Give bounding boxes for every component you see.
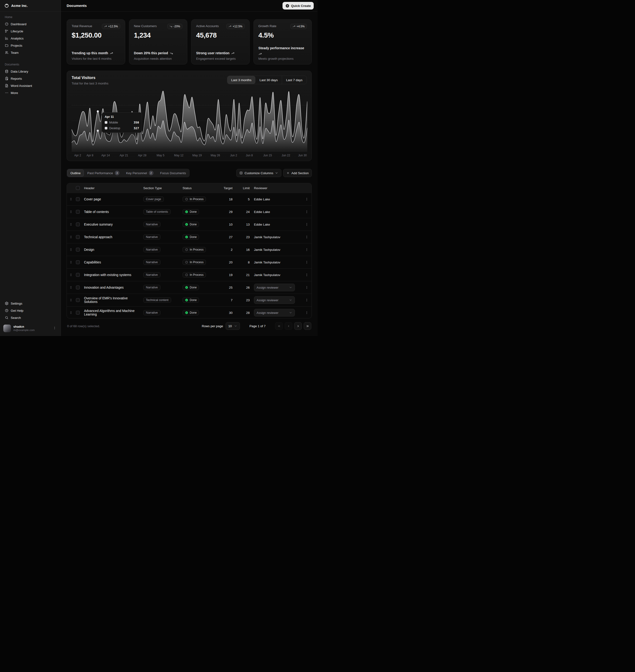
sidebar-item-settings[interactable]: Settings — [3, 300, 58, 307]
quick-create-label: Quick Create — [291, 4, 311, 8]
previous-page-button[interactable] — [285, 322, 292, 330]
row-menu-button[interactable] — [304, 309, 310, 316]
range-last-3-months[interactable]: Last 3 months — [227, 76, 256, 84]
row-checkbox[interactable] — [76, 197, 80, 201]
range-last-30-days[interactable]: Last 30 days — [255, 76, 282, 84]
stat-footnote-text: Steady performance increase — [259, 46, 304, 51]
status-done-icon — [185, 223, 188, 226]
trend-badge-value: +4.5% — [297, 25, 305, 28]
limit-value: 24 — [237, 210, 254, 214]
row-checkbox[interactable] — [76, 210, 80, 214]
sidebar-item-dashboard[interactable]: Dashboard — [3, 20, 58, 28]
x-tick-label: Apr 2 — [74, 154, 81, 157]
row-checkbox[interactable] — [76, 260, 80, 264]
sidebar-item-search[interactable]: Search — [3, 314, 58, 321]
sidebar-item-more[interactable]: More — [3, 89, 58, 96]
reviewer-cell: Jamik Tashpulatov — [254, 235, 299, 239]
status-loader-icon — [185, 248, 188, 251]
quick-create-button[interactable]: Quick Create — [283, 2, 314, 9]
row-checkbox[interactable] — [76, 235, 80, 239]
chevron-down-icon — [289, 311, 292, 314]
sidebar-item-analytics[interactable]: Analytics — [3, 35, 58, 42]
sidebar-item-word-assistant[interactable]: Word Assistant — [3, 82, 58, 89]
row-checkbox[interactable] — [76, 311, 80, 315]
trend-badge-value: -20% — [174, 25, 180, 28]
row-menu-button[interactable] — [304, 297, 310, 304]
row-menu-button[interactable] — [304, 196, 310, 202]
customize-columns-button[interactable]: Customize Columns — [236, 169, 281, 177]
user-menu-button[interactable] — [52, 325, 57, 332]
row-checkbox[interactable] — [76, 273, 80, 277]
sidebar-user[interactable]: shadcn m@example.com — [0, 322, 61, 336]
first-page-button[interactable] — [275, 322, 283, 330]
topbar: Documents Quick Create — [61, 0, 318, 12]
next-page-button[interactable] — [294, 322, 302, 330]
row-checkbox[interactable] — [76, 298, 80, 302]
row-menu-button[interactable] — [304, 271, 310, 278]
sidebar-item-reports[interactable]: Reports — [3, 75, 58, 82]
reviewer-name: Jamik Tashpulatov — [254, 261, 280, 264]
rows-per-page-select[interactable]: 10 — [226, 322, 240, 330]
assign-reviewer-label: Assign reviewer — [257, 298, 279, 302]
row-menu-button[interactable] — [304, 259, 310, 266]
last-page-button[interactable] — [304, 322, 311, 330]
chart-plot[interactable]: Apr 11 Mobile 350 Desktop 327 — [72, 90, 307, 151]
row-checkbox[interactable] — [76, 223, 80, 226]
row-drag-handle[interactable] — [69, 235, 73, 239]
plus-icon — [286, 171, 290, 175]
row-menu-button[interactable] — [304, 234, 310, 240]
sidebar-brand[interactable]: Acme Inc. — [0, 0, 61, 12]
tooltip-date: Apr 11 — [105, 115, 139, 118]
sidebar-item-projects[interactable]: Projects — [3, 42, 58, 49]
assign-reviewer-select[interactable]: Assign reviewer — [254, 309, 295, 316]
status-label: Done — [190, 236, 197, 239]
row-checkbox[interactable] — [76, 248, 80, 251]
row-drag-handle[interactable] — [69, 260, 73, 264]
target-value: 27 — [218, 236, 237, 239]
reviewer-cell: Jamik Tashpulatov — [254, 273, 299, 277]
row-drag-handle[interactable] — [69, 210, 73, 214]
tab-past-performance[interactable]: Past Performance3 — [84, 170, 123, 177]
row-drag-handle[interactable] — [69, 197, 73, 201]
add-section-button[interactable]: Add Section — [283, 169, 312, 177]
assign-reviewer-select[interactable]: Assign reviewer — [254, 296, 295, 304]
reviewer-name: Jamik Tashpulatov — [254, 273, 280, 277]
column-header-reviewer: Reviewer — [254, 186, 299, 190]
row-checkbox[interactable] — [76, 286, 80, 289]
view-tabs: OutlinePast Performance3Key Personnel2Fo… — [67, 169, 190, 177]
row-menu-button[interactable] — [304, 284, 310, 291]
plus-circle-icon — [285, 4, 289, 8]
row-drag-handle[interactable] — [69, 273, 73, 277]
tab-outline[interactable]: Outline — [67, 170, 84, 177]
section-type-badge: Narrative — [143, 260, 160, 265]
target-value: 20 — [218, 261, 237, 264]
row-menu-button[interactable] — [304, 221, 310, 228]
reviewer-name: Jamik Tashpulatov — [254, 236, 280, 239]
trend-down-icon — [170, 52, 173, 55]
row-drag-handle[interactable] — [69, 298, 73, 302]
reviewer-cell: Assign reviewer — [254, 296, 299, 304]
status-done-icon — [185, 311, 188, 314]
sidebar-item-get-help[interactable]: Get Help — [3, 307, 58, 314]
stat-footnote-secondary: Meets growth projections — [259, 57, 307, 61]
tab-focus-documents[interactable]: Focus Documents — [157, 170, 189, 177]
help-icon — [5, 309, 8, 312]
row-menu-button[interactable] — [304, 246, 310, 253]
row-drag-handle[interactable] — [69, 311, 73, 315]
reviewer-name: Eddie Lake — [254, 198, 270, 201]
row-drag-handle[interactable] — [69, 285, 73, 290]
row-drag-handle[interactable] — [69, 222, 73, 227]
sidebar-item-data-library[interactable]: Data Library — [3, 68, 58, 75]
target-value: 19 — [218, 273, 237, 277]
assign-reviewer-select[interactable]: Assign reviewer — [254, 284, 295, 291]
limit-value: 21 — [237, 273, 254, 277]
assign-reviewer-label: Assign reviewer — [257, 286, 279, 289]
rows-per-page-value: 10 — [228, 324, 232, 328]
row-menu-button[interactable] — [304, 208, 310, 215]
select-all-checkbox[interactable] — [76, 186, 80, 190]
tab-key-personnel[interactable]: Key Personnel2 — [123, 170, 157, 177]
row-drag-handle[interactable] — [69, 247, 73, 252]
range-last-7-days[interactable]: Last 7 days — [282, 76, 307, 84]
sidebar-item-lifecycle[interactable]: Lifecycle — [3, 28, 58, 35]
sidebar-item-team[interactable]: Team — [3, 49, 58, 56]
